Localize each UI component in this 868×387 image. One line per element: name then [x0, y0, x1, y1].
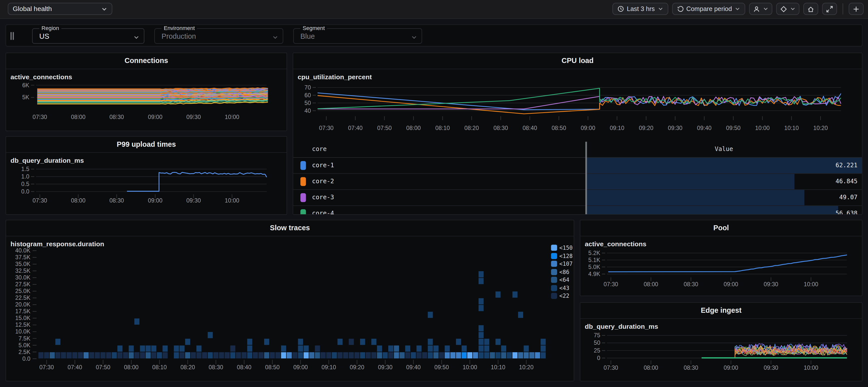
core-name: core-4 [312, 206, 334, 215]
svg-text:08:00: 08:00 [124, 364, 138, 370]
svg-text:09:30: 09:30 [764, 364, 778, 371]
p99-chart[interactable]: 1.51.00.50.007:3008:0008:3009:0009:3010:… [6, 137, 287, 214]
svg-text:37.5K: 37.5K [15, 254, 30, 261]
environment-select[interactable]: Environment Production [154, 28, 283, 44]
core-value: 56.638 [836, 206, 858, 215]
slow-traces-heatmap[interactable]: 0.02.5K5.0K7.5K10.0K12.5K15.0K17.5K20.0K… [6, 220, 574, 381]
panel-slow-traces: Slow traces histogram_response.duration … [5, 220, 574, 382]
table-row[interactable]: core-162.221 [293, 158, 862, 174]
legend-item[interactable]: <86 [551, 269, 573, 275]
legend-swatch [551, 293, 557, 299]
expand-arrows-icon [826, 5, 833, 12]
svg-text:10:20: 10:20 [519, 364, 533, 370]
column-header-core[interactable]: core [312, 142, 327, 157]
chevron-down-icon [272, 34, 278, 40]
svg-text:17.5K: 17.5K [15, 308, 30, 315]
legend-label: <43 [559, 285, 569, 291]
toolbar-divider [842, 3, 843, 14]
compare-period-button[interactable]: Compare period [672, 3, 745, 15]
svg-text:0.0: 0.0 [21, 188, 29, 195]
segment-select-value: Blue [300, 32, 315, 40]
dashboard-select[interactable]: Global health [8, 3, 112, 15]
svg-text:07:30: 07:30 [32, 114, 47, 120]
legend-label: <150 [559, 245, 573, 251]
svg-text:20.0K: 20.0K [15, 301, 30, 308]
connections-chart[interactable]: 6K5K07:3008:0008:3009:0009:3010:00 [6, 53, 287, 131]
svg-text:08:20: 08:20 [464, 125, 479, 131]
legend-item[interactable]: <150 [551, 245, 573, 251]
svg-text:09:50: 09:50 [726, 125, 741, 131]
chevron-down-icon [735, 6, 740, 11]
table-row[interactable]: core-456.638 [293, 206, 862, 215]
svg-text:30.0K: 30.0K [15, 274, 30, 281]
panel-p99-upload-times: P99 upload times db_query_duration_ms 1.… [5, 136, 287, 215]
svg-text:09:40: 09:40 [406, 364, 421, 370]
svg-text:4.9K: 4.9K [588, 271, 600, 277]
legend-item[interactable]: <107 [551, 261, 573, 267]
core-name: core-1 [312, 158, 334, 173]
svg-text:08:00: 08:00 [406, 125, 421, 131]
svg-text:1.0: 1.0 [21, 173, 29, 180]
legend-label: <64 [559, 277, 569, 283]
legend-item[interactable]: <128 [551, 253, 573, 259]
svg-text:08:20: 08:20 [180, 364, 195, 370]
user-menu-button[interactable] [749, 3, 772, 15]
series-color-swatch [300, 161, 306, 170]
chevron-down-icon [763, 6, 768, 11]
table-row[interactable]: core-246.845 [293, 174, 862, 190]
svg-text:10:00: 10:00 [225, 197, 239, 204]
svg-text:07:50: 07:50 [96, 364, 110, 370]
legend-swatch [551, 285, 557, 291]
svg-text:10:00: 10:00 [804, 364, 818, 371]
svg-text:50: 50 [305, 100, 311, 106]
legend-item[interactable]: <64 [551, 277, 573, 283]
svg-text:50: 50 [594, 339, 600, 346]
value-bar [586, 158, 863, 173]
legend-swatch [551, 245, 557, 251]
time-range-button[interactable]: Last 3 hrs [612, 3, 668, 15]
table-row[interactable]: core-349.07 [293, 190, 862, 206]
svg-text:2.5K: 2.5K [19, 349, 30, 355]
column-resize-handle[interactable] [585, 142, 587, 214]
legend-item[interactable]: <43 [551, 285, 573, 291]
top-bar-actions: Last 3 hrs Compare period [612, 3, 864, 15]
core-name: core-2 [312, 174, 334, 189]
add-panel-button[interactable] [849, 3, 864, 15]
svg-text:08:10: 08:10 [152, 364, 167, 370]
core-value: 62.221 [836, 158, 858, 173]
svg-text:09:10: 09:10 [321, 364, 336, 370]
pool-chart[interactable]: 5.2K5.1K5.0K4.9K07:3008:0008:3009:0009:3… [581, 220, 862, 296]
edge-ingest-chart[interactable]: 755025007:3008:0008:3009:0009:3010:00 [581, 303, 862, 381]
svg-text:09:00: 09:00 [293, 364, 308, 370]
top-bar: Global health Last 3 hrs Compare period [0, 0, 868, 19]
svg-text:10:20: 10:20 [813, 125, 828, 131]
region-select[interactable]: Region US [32, 28, 144, 44]
environment-select-value: Production [162, 32, 196, 40]
svg-text:0.0: 0.0 [22, 356, 30, 362]
svg-text:22.5K: 22.5K [15, 295, 30, 301]
svg-text:12.5K: 12.5K [15, 322, 30, 328]
column-header-value[interactable]: Value [586, 142, 862, 157]
legend-item[interactable]: <22 [551, 293, 573, 299]
diamond-menu-button[interactable] [776, 3, 800, 15]
svg-text:09:00: 09:00 [148, 197, 162, 204]
segment-select-label: Segment [300, 25, 327, 32]
value-bar [586, 174, 795, 189]
drag-handle-icon[interactable] [10, 32, 15, 40]
svg-text:5.1K: 5.1K [588, 257, 600, 263]
svg-text:27.5K: 27.5K [15, 281, 30, 288]
svg-text:10:10: 10:10 [491, 364, 505, 370]
series-color-swatch [300, 209, 306, 215]
segment-select[interactable]: Segment Blue [293, 28, 422, 44]
home-button[interactable] [803, 3, 818, 15]
cpu-load-chart[interactable]: 7060504007:3007:4007:5008:0008:1008:2008… [293, 53, 862, 141]
svg-text:09:00: 09:00 [723, 364, 738, 371]
panel-pool: Pool active_connections 5.2K5.1K5.0K4.9K… [580, 220, 862, 296]
svg-text:09:00: 09:00 [581, 125, 595, 131]
expand-button[interactable] [822, 3, 837, 15]
legend-swatch [551, 261, 557, 267]
svg-text:09:10: 09:10 [610, 125, 624, 131]
cpu-table-header[interactable]: core Value [293, 142, 862, 158]
svg-text:08:40: 08:40 [522, 125, 537, 131]
svg-text:08:30: 08:30 [110, 197, 124, 204]
